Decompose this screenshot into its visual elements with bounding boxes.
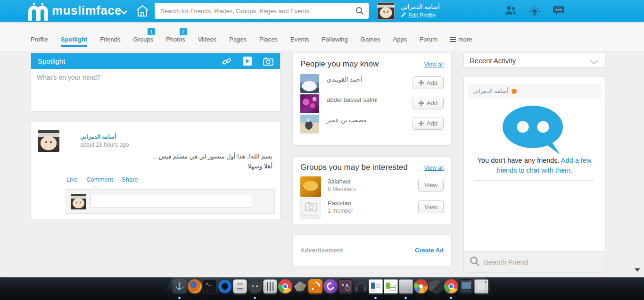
tab-photos[interactable]: Photos2 xyxy=(166,36,185,47)
create-ad-link[interactable]: Create Ad xyxy=(415,247,444,254)
pencil-icon xyxy=(401,12,406,19)
group-image[interactable] xyxy=(300,176,321,197)
header-user-name: أسامه الدمراني xyxy=(401,3,440,10)
group-name: 3alahwa xyxy=(328,178,350,185)
share-button[interactable]: Share xyxy=(122,176,138,183)
post-author-avatar[interactable] xyxy=(38,130,59,152)
edit-profile-link[interactable]: Edit Profile xyxy=(401,12,436,19)
people-you-may-know-card: People you may know View all أحمد القوين… xyxy=(292,53,452,146)
search-friend-input[interactable] xyxy=(484,258,599,266)
group-name: Pakistan xyxy=(328,200,351,207)
home-icon[interactable] xyxy=(136,5,149,19)
post-author-name[interactable]: أسامه الدمراني xyxy=(80,133,116,140)
post-card: أسامه الدمراني about 23 hours ago بسم ال… xyxy=(31,122,281,219)
person-name: أحمد القويندي xyxy=(327,76,362,83)
tab-groups[interactable]: Groups1 xyxy=(133,36,154,47)
tab-following[interactable]: Following xyxy=(322,36,348,47)
desktop-dock xyxy=(0,277,644,300)
people-section-title: People you may know xyxy=(300,59,379,69)
messages-icon[interactable] xyxy=(553,6,565,19)
comment-user-avatar xyxy=(71,194,86,209)
group-suggestion-row: NO IMAGE Pakistan 1 member View xyxy=(300,198,444,220)
profile-nav-strip: Profile Spotlight Friends Groups1 Photos… xyxy=(0,22,644,51)
scroll-down-arrow[interactable] xyxy=(635,268,640,272)
spotlight-title: Spotlight xyxy=(38,57,222,65)
running-indicator-dot xyxy=(450,297,452,299)
running-indicator-dot xyxy=(405,297,407,299)
groups-count-badge: 1 xyxy=(148,28,155,35)
no-friends-message: You don't have any friends. Add a few fr… xyxy=(464,156,605,175)
muslimface-logo-icon[interactable] xyxy=(26,2,50,23)
tab-videos[interactable]: Videos xyxy=(198,36,217,47)
person-suggestion-row: مصعب بن عمير Add xyxy=(300,115,444,134)
attach-video-icon[interactable] xyxy=(243,57,252,66)
people-view-all-link[interactable]: View all xyxy=(424,61,444,68)
comment-box xyxy=(66,189,275,214)
chat-user-header[interactable]: أسامه الدمراني xyxy=(468,84,601,98)
hamburger-icon xyxy=(450,37,456,42)
spotlight-header: Spotlight xyxy=(31,53,280,69)
online-status-dot xyxy=(512,89,517,94)
recent-activity-card[interactable]: Recent Activity xyxy=(463,53,605,67)
account-menu-chevron-icon[interactable] xyxy=(121,8,127,17)
person-avatar[interactable] xyxy=(300,94,319,113)
tab-apps[interactable]: Apps xyxy=(393,36,407,47)
add-friend-button[interactable]: Add xyxy=(413,117,444,130)
group-image-placeholder[interactable]: NO IMAGE xyxy=(300,198,321,219)
like-button[interactable]: Like xyxy=(66,176,78,183)
person-name: مصعب بن عمير xyxy=(327,117,366,124)
logo-wordmark[interactable]: muslimface xyxy=(52,3,122,18)
tab-more[interactable]: more xyxy=(450,36,472,47)
photos-count-badge: 2 xyxy=(180,28,187,35)
running-indicator-dot xyxy=(374,297,377,299)
person-avatar[interactable] xyxy=(300,115,319,133)
tab-forum[interactable]: Forum xyxy=(420,36,438,47)
tab-profile[interactable]: Profile xyxy=(31,36,48,47)
group-member-count: 8 Members xyxy=(328,186,356,192)
global-search xyxy=(155,3,369,19)
post-text: بسم الله!، هذا أول منشور لي في مسلم فيس … xyxy=(70,151,272,172)
groups-view-all-link[interactable]: View all xyxy=(424,165,444,171)
add-friend-button[interactable]: Add xyxy=(413,97,444,109)
post-actions: Like·Comment·Share xyxy=(66,176,138,183)
comment-button[interactable]: Comment xyxy=(86,176,113,183)
search-icon[interactable] xyxy=(355,7,364,17)
group-suggestion-row: 3alahwa 8 Members View xyxy=(300,176,444,198)
page-content: Spotlight xyxy=(0,51,644,277)
view-group-button[interactable]: View xyxy=(418,200,444,213)
groups-section-title: Groups you may be interested xyxy=(300,163,408,172)
running-indicator-dot xyxy=(178,297,181,299)
group-member-count: 1 member xyxy=(328,208,353,214)
running-indicator-dot xyxy=(254,297,256,299)
person-name: abdel basset salmi xyxy=(327,96,378,103)
top-header: muslimface أسامه الدمراني Edit Profile xyxy=(0,0,644,22)
add-friend-button[interactable]: Add xyxy=(413,76,444,89)
plus-icon xyxy=(419,100,424,106)
plus-icon xyxy=(419,121,424,126)
global-search-input[interactable] xyxy=(155,3,369,19)
comment-input[interactable] xyxy=(91,195,252,208)
friend-requests-icon[interactable] xyxy=(504,6,517,19)
tab-spotlight[interactable]: Spotlight xyxy=(61,36,87,47)
person-suggestion-row: أحمد القويندي Add xyxy=(300,74,444,94)
chat-user-name: أسامه الدمراني xyxy=(472,88,508,94)
attach-link-icon[interactable] xyxy=(222,57,231,66)
tab-friends[interactable]: Friends xyxy=(100,36,120,47)
view-group-button[interactable]: View xyxy=(418,179,444,192)
status-composer-input[interactable] xyxy=(31,69,280,111)
chevron-down-icon[interactable] xyxy=(589,58,599,67)
search-friend-icon[interactable] xyxy=(470,256,480,268)
advertisement-label: Advertisement xyxy=(300,247,343,254)
tab-events[interactable]: Events xyxy=(290,36,309,47)
chat-bubble-icon xyxy=(502,105,568,158)
groups-suggestions-card: Groups you may be interested View all 3a… xyxy=(292,156,452,225)
camera-icon xyxy=(305,202,317,211)
tab-games[interactable]: Games xyxy=(361,36,380,47)
tab-places[interactable]: Places xyxy=(259,36,278,47)
attach-photo-icon[interactable] xyxy=(263,57,273,66)
tab-pages[interactable]: Pages xyxy=(229,36,247,47)
header-user-avatar[interactable] xyxy=(377,2,395,20)
notifications-lightbulb-icon[interactable] xyxy=(529,6,540,19)
profile-tabs: Profile Spotlight Friends Groups1 Photos… xyxy=(31,36,472,47)
person-avatar[interactable] xyxy=(300,74,319,93)
